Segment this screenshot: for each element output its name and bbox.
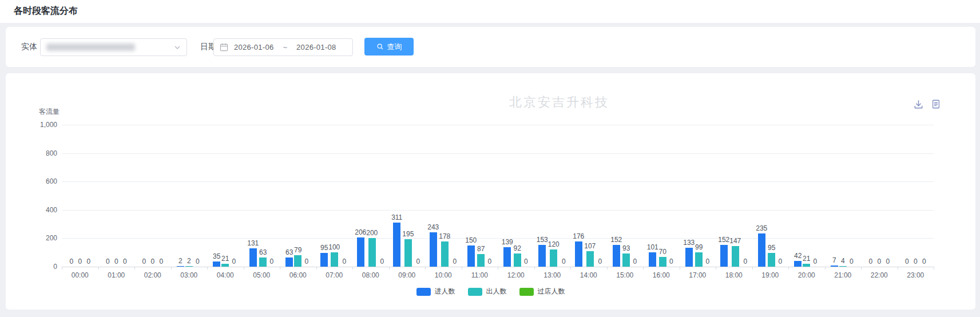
bar-value-label: 0 — [150, 258, 154, 265]
bar-group: 2431780 — [425, 125, 462, 267]
x-axis-label: 11:00 — [462, 271, 498, 279]
bar-slot: 133 — [683, 125, 695, 267]
bar — [320, 253, 328, 267]
bar-value-label: 176 — [573, 233, 584, 240]
date-separator: ~ — [280, 43, 291, 51]
bar-chart: 北京安吉升科技 客流量 02004006008001,00000000:0000… — [6, 73, 975, 310]
bar-value-label: 0 — [633, 258, 637, 265]
bar-value-label: 87 — [477, 245, 485, 252]
chart-toolbox — [913, 99, 941, 110]
x-axis-label: 05:00 — [244, 271, 280, 279]
bar-value-label: 139 — [502, 239, 513, 245]
bar-slot: 79 — [293, 125, 302, 267]
bar-group: 951000 — [316, 125, 353, 267]
bar — [331, 252, 338, 267]
bar-group: 2062000 — [352, 125, 389, 267]
data-view-icon[interactable] — [931, 99, 941, 110]
bar-slot: 0 — [630, 125, 639, 267]
bar — [404, 239, 412, 267]
legend-item[interactable]: 出人数 — [468, 287, 507, 296]
bar-value-label: 70 — [659, 248, 666, 255]
bar-value-label: 0 — [914, 258, 918, 265]
x-axis-tick — [861, 267, 862, 270]
bar-slot: 0 — [193, 125, 202, 267]
x-axis-label: 01:00 — [98, 271, 135, 279]
bar-value-label: 0 — [342, 258, 346, 265]
bar-group: 000 — [861, 125, 898, 267]
x-axis-label: 09:00 — [389, 271, 426, 279]
bar-group: 1521470 — [716, 125, 752, 267]
bar-slot: 0 — [911, 125, 920, 267]
bar-slot: 0 — [140, 125, 148, 267]
x-axis-tick — [716, 267, 716, 270]
bar-value-label: 107 — [584, 243, 596, 249]
bar-slot: 0 — [811, 125, 819, 267]
bar-slot: 152 — [610, 125, 622, 267]
bar-slot: 0 — [340, 125, 348, 267]
bar — [185, 266, 193, 267]
legend-label: 出人数 — [486, 287, 507, 296]
bar-value-label: 63 — [259, 249, 267, 256]
x-axis-label: 00:00 — [62, 271, 98, 279]
bar-value-label: 79 — [294, 247, 301, 253]
x-axis-label: 17:00 — [680, 271, 716, 279]
legend-item[interactable]: 进人数 — [416, 287, 455, 296]
x-axis-label: 19:00 — [752, 271, 789, 279]
bar-slot: 93 — [622, 125, 630, 267]
bar-slot: 0 — [596, 125, 604, 267]
bar-value-label: 0 — [380, 258, 384, 265]
bar-slot: 0 — [104, 125, 112, 267]
bar-group: 000 — [62, 125, 98, 267]
bar — [441, 241, 449, 267]
bar-slot: 0 — [414, 125, 422, 267]
date-end-value: 2026-01-08 — [296, 43, 336, 51]
bar-slot: 0 — [667, 125, 676, 267]
bar — [839, 266, 847, 267]
bar-value-label: 0 — [524, 258, 528, 265]
bar-slot: 150 — [465, 125, 477, 267]
bar-group: 131630 — [244, 125, 280, 267]
bar-slot: 4 — [839, 125, 847, 267]
bar-group: 000 — [98, 125, 135, 267]
bar-value-label: 0 — [877, 258, 881, 265]
bar — [467, 245, 475, 267]
bar-group: 42210 — [788, 125, 825, 267]
bar — [831, 266, 838, 267]
bar-slot: 0 — [157, 125, 165, 267]
bar-slot: 152 — [718, 125, 729, 267]
query-button-label: 查询 — [387, 42, 402, 52]
bar-value-label: 0 — [905, 258, 909, 265]
bar-value-label: 120 — [548, 241, 560, 248]
x-axis-tick — [207, 267, 208, 270]
bar-value-label: 0 — [487, 258, 491, 265]
bar — [221, 264, 229, 267]
x-axis-tick — [280, 267, 280, 270]
bar-value-label: 178 — [439, 233, 450, 240]
date-range-input[interactable]: 2026-01-06 ~ 2026-01-08 — [213, 38, 353, 56]
bar-slot: 2 — [176, 125, 185, 267]
bar-value-label: 0 — [743, 258, 747, 265]
x-axis-tick — [607, 267, 608, 270]
entity-select[interactable] — [40, 38, 187, 56]
x-axis-label: 12:00 — [498, 271, 534, 279]
y-tick-label: 400 — [16, 206, 57, 214]
query-button[interactable]: 查询 — [364, 38, 414, 56]
legend-item[interactable]: 过店人数 — [519, 287, 565, 296]
y-tick-label: 200 — [16, 234, 57, 242]
calendar-icon — [220, 43, 228, 51]
bar-value-label: 0 — [232, 258, 236, 265]
bar-value-label: 235 — [756, 225, 767, 232]
bar-value-label: 0 — [453, 258, 457, 265]
download-icon[interactable] — [913, 99, 924, 110]
date-start-value: 2026-01-06 — [234, 43, 274, 51]
bar-slot: 0 — [560, 125, 568, 267]
bar-slot: 63 — [259, 125, 267, 267]
bar-value-label: 0 — [196, 258, 200, 265]
bar-slot: 0 — [229, 125, 238, 267]
legend-swatch — [416, 288, 431, 296]
bar — [294, 255, 301, 267]
bar-value-label: 311 — [391, 214, 402, 221]
bar-group: 101700 — [643, 125, 680, 267]
page-title: 各时段客流分布 — [14, 5, 78, 17]
x-axis-tick — [316, 267, 317, 270]
